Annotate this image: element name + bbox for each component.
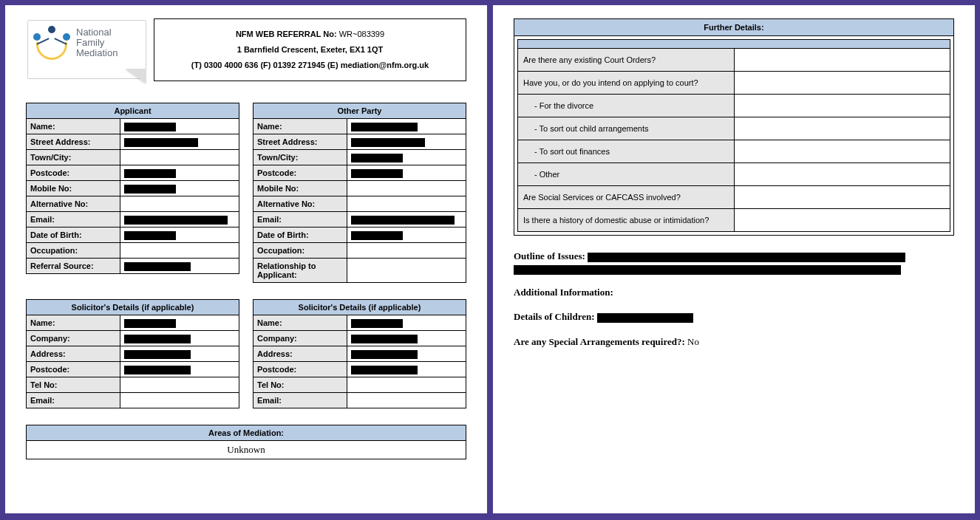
question-cell: - For the divorce <box>518 95 735 117</box>
question-cell: Are Social Services or CAFCASS involved? <box>518 186 735 209</box>
redacted-text <box>351 366 418 374</box>
ref-value: WR~083399 <box>339 30 384 38</box>
field-label: Alternative No: <box>253 196 347 212</box>
other-party-title: Other Party <box>253 103 466 119</box>
question-cell: - Other <box>518 163 735 186</box>
field-label: Tel No: <box>27 377 120 393</box>
logo-text-3: Mediation <box>76 48 118 58</box>
redacted-text <box>514 265 901 275</box>
question-cell: - To sort out finances <box>518 140 735 163</box>
field-value <box>347 346 466 362</box>
field-label: Postcode: <box>27 165 120 181</box>
redacted-text <box>351 335 418 343</box>
special-value: No <box>687 336 699 347</box>
field-value <box>120 315 239 331</box>
further-title-box: Further Details: <box>514 18 954 36</box>
header-contact: (T) 0300 4000 636 (F) 01392 271945 (E) m… <box>159 58 461 73</box>
field-label: Email: <box>27 212 120 228</box>
field-value <box>120 119 239 134</box>
field-label: Mobile No: <box>27 181 120 196</box>
field-value <box>120 331 239 346</box>
redacted-text <box>124 185 176 194</box>
field-value <box>347 377 466 393</box>
field-label: Date of Birth: <box>27 228 120 243</box>
solicitor-table-1: Solicitor's Details (if applicable) Name… <box>26 299 239 408</box>
redacted-text <box>351 216 455 225</box>
field-label: Town/City: <box>27 150 120 165</box>
redacted-text <box>124 350 191 359</box>
nfm-logo: National Family Mediation <box>26 18 148 83</box>
redacted-text <box>351 319 403 328</box>
redacted-text <box>351 350 418 359</box>
field-label: Relationship to Applicant: <box>253 259 347 283</box>
field-label: Alternative No: <box>27 196 120 212</box>
areas-table: Areas of Mediation: Unknown <box>26 425 466 459</box>
solicitor-title-1: Solicitor's Details (if applicable) <box>27 300 239 315</box>
redacted-text <box>351 154 403 162</box>
field-value <box>120 150 239 165</box>
field-label: Postcode: <box>27 362 120 377</box>
field-value <box>120 243 239 259</box>
special-label: Are any Special Arrangements required?: <box>514 336 685 347</box>
redacted-text <box>351 138 425 147</box>
areas-title: Areas of Mediation: <box>27 425 466 441</box>
field-label: Occupation: <box>27 243 120 259</box>
logo-text-1: National <box>76 27 118 38</box>
field-value <box>347 393 466 408</box>
solicitor-title-2: Solicitor's Details (if applicable) <box>253 300 466 315</box>
field-value <box>120 377 239 393</box>
field-label: Name: <box>253 315 347 331</box>
field-label: Address: <box>27 346 120 362</box>
applicant-table: Applicant Name:Street Address:Town/City:… <box>26 103 239 274</box>
redacted-text <box>124 319 176 328</box>
field-value <box>347 259 466 283</box>
redacted-text <box>124 231 176 240</box>
solicitor-table-2: Solicitor's Details (if applicable) Name… <box>253 299 466 408</box>
field-value <box>120 181 239 196</box>
document-pages: National Family Mediation NFM WEB REFERR… <box>4 4 976 514</box>
special-row: Are any Special Arrangements required?: … <box>514 335 954 349</box>
page-1: National Family Mediation NFM WEB REFERR… <box>4 4 488 514</box>
field-label: Referral Source: <box>27 259 120 274</box>
field-label: Company: <box>27 331 120 346</box>
redacted-text <box>124 169 176 178</box>
field-label: Email: <box>253 393 347 408</box>
ref-label: NFM WEB REFERRAL No: <box>236 30 337 38</box>
redacted-text <box>351 123 418 131</box>
page-2: Further Details: Are there any existing … <box>492 4 976 514</box>
redacted-text <box>124 138 198 147</box>
applicant-title: Applicant <box>27 103 239 119</box>
field-label: Email: <box>253 212 347 228</box>
field-value <box>347 315 466 331</box>
field-value <box>120 228 239 243</box>
field-value <box>347 196 466 212</box>
redacted-text <box>597 313 693 323</box>
further-title: Further Details: <box>514 19 954 36</box>
redacted-text <box>124 262 191 271</box>
field-value <box>347 331 466 346</box>
field-label: Name: <box>253 119 347 134</box>
field-value <box>347 119 466 134</box>
field-label: Tel No: <box>253 377 347 393</box>
field-value <box>347 134 466 150</box>
field-value <box>120 196 239 212</box>
field-value <box>120 346 239 362</box>
further-questions-table: Are there any existing Court Orders?Have… <box>517 39 950 232</box>
areas-value: Unknown <box>27 441 466 459</box>
field-value <box>120 212 239 228</box>
redacted-text <box>351 231 403 240</box>
question-stripe <box>518 40 950 49</box>
field-label: Street Address: <box>27 134 120 150</box>
children-row: Details of Children: <box>514 309 954 324</box>
field-value <box>347 228 466 243</box>
field-label: Company: <box>253 331 347 346</box>
answer-cell <box>734 72 950 95</box>
answer-cell <box>734 186 950 209</box>
field-label: Name: <box>27 315 120 331</box>
field-label: Date of Birth: <box>253 228 347 243</box>
field-value <box>347 150 466 165</box>
answer-cell <box>734 163 950 186</box>
redacted-text <box>351 169 403 178</box>
answer-cell <box>734 117 950 140</box>
family-icon <box>32 26 72 60</box>
